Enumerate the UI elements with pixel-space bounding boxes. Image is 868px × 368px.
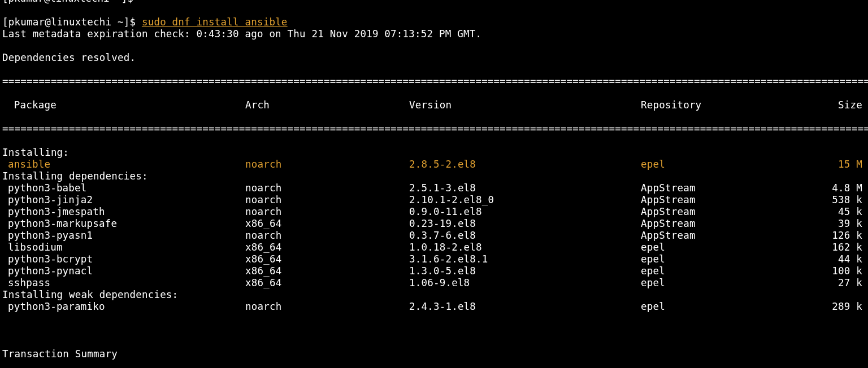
table-row: python3-jinja2noarch2.10.1-2.el8_0AppStr… [2, 194, 866, 206]
cell-version: 3.1.6-2.el8.1 [409, 253, 641, 265]
cell-size: 44 k [816, 253, 866, 265]
cell-size: 27 k [816, 277, 866, 289]
divider: ========================================… [2, 123, 866, 135]
cell-arch: noarch [245, 159, 409, 170]
cell-version: 2.10.1-2.el8_0 [409, 194, 641, 206]
cell-version: 0.23-19.el8 [409, 218, 641, 230]
cell-package: python3-babel [2, 182, 245, 194]
section-label: Installing weak dependencies: [2, 289, 866, 301]
cell-package: python3-bcrypt [2, 253, 245, 265]
cell-arch: noarch [245, 194, 409, 206]
cell-package: python3-paramiko [2, 301, 245, 313]
table-row: python3-pynaclx86_641.3.0-5.el8epel100 k [2, 265, 866, 277]
deps-resolved-line: Dependencies resolved. [2, 52, 866, 64]
cell-repository: epel [641, 253, 816, 265]
divider: ========================================… [2, 76, 866, 87]
cell-package: python3-jmespath [2, 206, 245, 218]
cell-size: 289 k [816, 301, 866, 313]
table-row: python3-bcryptx86_643.1.6-2.el8.1epel44 … [2, 253, 866, 265]
cell-package: sshpass [2, 277, 245, 289]
cell-arch: x86_64 [245, 265, 409, 277]
cell-size: 4.8 M [816, 182, 866, 194]
cell-arch: x86_64 [245, 253, 409, 265]
cell-repository: AppStream [641, 218, 816, 230]
cell-package: python3-jinja2 [2, 194, 245, 206]
cell-package: ansible [2, 159, 245, 170]
cell-arch: noarch [245, 182, 409, 194]
shell-prompt: [pkumar@linuxtechi ~]$ [2, 16, 142, 28]
cell-repository: epel [641, 277, 816, 289]
table-row: ansiblenoarch2.8.5-2.el8epel15 M [2, 159, 866, 170]
header-arch: Arch [245, 99, 409, 111]
table-row: libsodiumx86_641.0.18-2.el8epel162 k [2, 242, 866, 253]
cell-package: python3-markupsafe [2, 218, 245, 230]
cell-size: 126 k [816, 230, 866, 242]
cell-repository: AppStream [641, 182, 816, 194]
header-version: Version [409, 99, 641, 111]
cell-size: 538 k [816, 194, 866, 206]
cell-arch: noarch [245, 230, 409, 242]
cell-version: 2.4.3-1.el8 [409, 301, 641, 313]
table-row: python3-babelnoarch2.5.1-3.el8AppStream4… [2, 182, 866, 194]
cell-repository: epel [641, 242, 816, 253]
blank-line [2, 325, 866, 336]
cell-arch: noarch [245, 301, 409, 313]
cell-repository: AppStream [641, 230, 816, 242]
cell-size: 39 k [816, 218, 866, 230]
cell-size: 15 M [816, 159, 866, 170]
cell-repository: AppStream [641, 206, 816, 218]
table-header: Package Arch Version Repository Size [2, 99, 866, 111]
cell-repository: epel [641, 301, 816, 313]
table-row: python3-markupsafex86_640.23-19.el8AppSt… [2, 218, 866, 230]
table-row: python3-pyasn1noarch0.3.7-6.el8AppStream… [2, 230, 866, 242]
cell-version: 2.5.1-3.el8 [409, 182, 641, 194]
cell-package: libsodium [2, 242, 245, 253]
cell-version: 2.8.5-2.el8 [409, 159, 641, 170]
section-label: Installing: [2, 147, 866, 159]
cell-version: 1.0.18-2.el8 [409, 242, 641, 253]
cell-size: 100 k [816, 265, 866, 277]
cell-arch: noarch [245, 206, 409, 218]
cell-repository: epel [641, 265, 816, 277]
header-package: Package [2, 99, 245, 111]
transaction-summary-label: Transaction Summary [2, 348, 866, 360]
metadata-line: Last metadata expiration check: 0:43:30 … [2, 28, 866, 40]
table-row: python3-paramikonoarch2.4.3-1.el8epel289… [2, 301, 866, 313]
cell-repository: AppStream [641, 194, 816, 206]
cell-arch: x86_64 [245, 218, 409, 230]
cell-repository: epel [641, 159, 816, 170]
cell-version: 1.3.0-5.el8 [409, 265, 641, 277]
terminal[interactable]: [pkumar@linuxtechi ~]$ sudo dnf install … [0, 5, 868, 368]
cell-version: 0.3.7-6.el8 [409, 230, 641, 242]
section-label: Installing dependencies: [2, 170, 866, 182]
cell-version: 0.9.0-11.el8 [409, 206, 641, 218]
header-size: Size [816, 99, 866, 111]
header-repository: Repository [641, 99, 816, 111]
cell-size: 162 k [816, 242, 866, 253]
table-row: sshpassx86_641.06-9.el8epel27 k [2, 277, 866, 289]
cell-arch: x86_64 [245, 242, 409, 253]
cell-arch: x86_64 [245, 277, 409, 289]
cell-version: 1.06-9.el8 [409, 277, 641, 289]
scrollback-partial-line: [pkumar@linuxtechi ~]$ [0, 0, 868, 5]
table-row: python3-jmespathnoarch0.9.0-11.el8AppStr… [2, 206, 866, 218]
cell-package: python3-pynacl [2, 265, 245, 277]
cell-size: 45 k [816, 206, 866, 218]
cell-package: python3-pyasn1 [2, 230, 245, 242]
entered-command: sudo dnf install ansible [142, 16, 288, 28]
